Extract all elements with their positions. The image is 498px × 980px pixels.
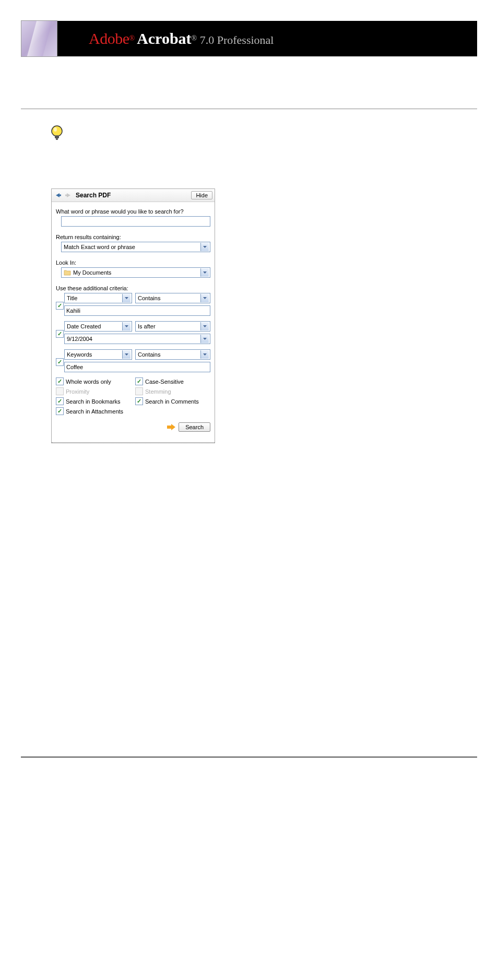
chevron-down-icon — [122, 322, 131, 330]
option-label: Proximity — [66, 388, 89, 395]
svg-marker-10 — [203, 246, 207, 248]
svg-marker-12 — [125, 297, 128, 299]
svg-marker-18 — [203, 353, 207, 356]
return-results-label: Return results containing: — [56, 234, 210, 240]
chevron-down-icon — [200, 335, 209, 343]
lightbulb-icon — [50, 125, 64, 141]
criteria-value-select[interactable]: 9/12/2004 — [64, 334, 210, 344]
divider — [21, 109, 477, 109]
criteria-row: Keywords Contains — [56, 349, 210, 372]
option-checkbox[interactable] — [135, 397, 143, 405]
adobe-logo — [21, 20, 57, 57]
criteria-checkbox[interactable] — [56, 358, 64, 366]
svg-marker-15 — [203, 325, 207, 327]
return-results-select[interactable]: Match Exact word or phrase — [61, 242, 210, 252]
brand-version: 7.0 Professional — [197, 33, 274, 46]
search-option[interactable]: Search in Bookmarks — [56, 397, 131, 405]
criteria-field-select[interactable]: Date Created — [64, 321, 132, 332]
brand-acrobat: Acrobat — [137, 30, 191, 47]
svg-marker-14 — [125, 325, 128, 327]
chevron-down-icon — [122, 294, 131, 302]
option-checkbox[interactable] — [56, 407, 64, 415]
option-label: Case-Sensitive — [145, 379, 184, 385]
criteria-operator-select[interactable]: Is after — [135, 321, 210, 332]
svg-rect-3 — [55, 136, 59, 137]
search-arrow-icon — [167, 424, 175, 430]
option-checkbox[interactable] — [135, 377, 143, 385]
search-option[interactable]: Case-Sensitive — [135, 377, 210, 385]
search-phrase-label: What word or phrase would you like to se… — [56, 208, 210, 215]
option-label: Search in Bookmarks — [66, 398, 121, 405]
chevron-down-icon — [200, 243, 209, 251]
search-option: Stemming — [135, 387, 210, 395]
look-in-select[interactable]: My Documents — [61, 267, 210, 278]
criteria-operator-select[interactable]: Contains — [135, 293, 210, 303]
svg-rect-4 — [55, 137, 59, 138]
back-arrow-icon[interactable] — [55, 192, 62, 199]
svg-marker-17 — [125, 353, 128, 356]
svg-point-1 — [54, 127, 57, 132]
footer-divider — [21, 757, 477, 758]
search-phrase-input[interactable] — [61, 216, 210, 227]
search-option[interactable]: Search in Comments — [135, 397, 210, 405]
chevron-down-icon — [122, 350, 131, 359]
svg-marker-11 — [203, 271, 207, 274]
svg-rect-5 — [56, 138, 58, 140]
chevron-down-icon — [200, 268, 209, 277]
forward-arrow-icon[interactable] — [64, 192, 72, 199]
svg-marker-19 — [167, 424, 175, 430]
criteria-value-input[interactable] — [64, 362, 210, 372]
brand-adobe: Adobe — [89, 30, 129, 47]
option-checkbox — [135, 387, 143, 395]
criteria-operator-select[interactable]: Contains — [135, 349, 210, 360]
svg-rect-9 — [65, 195, 68, 196]
hide-button[interactable]: Hide — [191, 191, 212, 199]
panel-header: Search PDF Hide — [52, 189, 215, 202]
criteria-value-input[interactable] — [64, 305, 210, 316]
option-label: Whole words only — [66, 379, 111, 385]
svg-marker-13 — [203, 297, 207, 299]
search-option[interactable]: Search in Attachments — [56, 407, 131, 415]
folder-icon — [64, 269, 71, 276]
criteria-checkbox[interactable] — [56, 302, 64, 310]
chevron-down-icon — [200, 294, 209, 302]
chevron-down-icon — [200, 322, 209, 330]
svg-point-0 — [52, 126, 62, 136]
option-checkbox — [56, 387, 64, 395]
option-checkbox[interactable] — [56, 377, 64, 385]
criteria-row: Title Contains — [56, 293, 210, 316]
search-pdf-panel: Search PDF Hide What word or phrase woul… — [51, 188, 215, 443]
additional-criteria-label: Use these additional criteria: — [56, 285, 210, 291]
criteria-field-select[interactable]: Title — [64, 293, 132, 303]
search-option: Proximity — [56, 387, 131, 395]
criteria-field-select[interactable]: Keywords — [64, 349, 132, 360]
search-button[interactable]: Search — [179, 422, 210, 432]
svg-rect-7 — [58, 195, 61, 196]
tip-row — [50, 125, 477, 141]
chevron-down-icon — [200, 350, 209, 359]
option-label: Stemming — [145, 388, 171, 395]
search-options: Whole words only Case-Sensitive Proximit… — [56, 377, 210, 415]
option-label: Search in Attachments — [66, 408, 123, 415]
product-banner: Adobe® Acrobat® 7.0 Professional — [21, 21, 477, 56]
criteria-checkbox[interactable] — [56, 330, 64, 338]
look-in-label: Look In: — [56, 259, 210, 266]
svg-marker-16 — [203, 338, 207, 340]
search-option[interactable]: Whole words only — [56, 377, 131, 385]
option-label: Search in Comments — [145, 398, 199, 405]
criteria-row: Date Created Is after 9/12/2004 — [56, 321, 210, 344]
option-checkbox[interactable] — [56, 397, 64, 405]
banner-text: Adobe® Acrobat® 7.0 Professional — [89, 30, 274, 48]
panel-title: Search PDF — [76, 192, 191, 199]
panel-footer-divider — [52, 442, 215, 443]
